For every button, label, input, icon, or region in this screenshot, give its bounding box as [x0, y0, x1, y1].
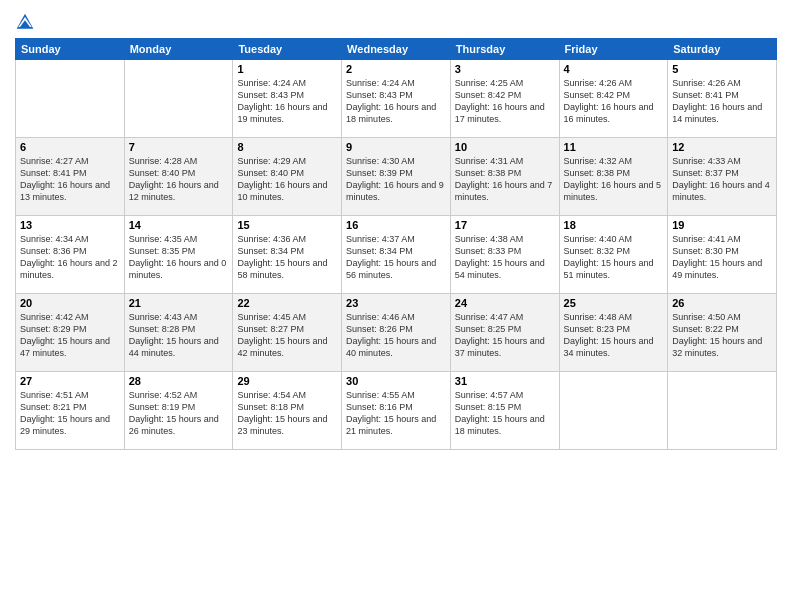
day-detail: Sunrise: 4:33 AM Sunset: 8:37 PM Dayligh… [672, 155, 772, 204]
day-number: 18 [564, 219, 664, 231]
day-number: 8 [237, 141, 337, 153]
cell-1-4: 10Sunrise: 4:31 AM Sunset: 8:38 PM Dayli… [450, 138, 559, 216]
day-detail: Sunrise: 4:47 AM Sunset: 8:25 PM Dayligh… [455, 311, 555, 360]
day-number: 7 [129, 141, 229, 153]
day-detail: Sunrise: 4:27 AM Sunset: 8:41 PM Dayligh… [20, 155, 120, 204]
day-number: 22 [237, 297, 337, 309]
cell-2-5: 18Sunrise: 4:40 AM Sunset: 8:32 PM Dayli… [559, 216, 668, 294]
cell-1-2: 8Sunrise: 4:29 AM Sunset: 8:40 PM Daylig… [233, 138, 342, 216]
day-number: 27 [20, 375, 120, 387]
cell-1-5: 11Sunrise: 4:32 AM Sunset: 8:38 PM Dayli… [559, 138, 668, 216]
day-number: 14 [129, 219, 229, 231]
cell-3-5: 25Sunrise: 4:48 AM Sunset: 8:23 PM Dayli… [559, 294, 668, 372]
day-detail: Sunrise: 4:28 AM Sunset: 8:40 PM Dayligh… [129, 155, 229, 204]
cell-3-0: 20Sunrise: 4:42 AM Sunset: 8:29 PM Dayli… [16, 294, 125, 372]
cell-2-0: 13Sunrise: 4:34 AM Sunset: 8:36 PM Dayli… [16, 216, 125, 294]
cell-3-4: 24Sunrise: 4:47 AM Sunset: 8:25 PM Dayli… [450, 294, 559, 372]
cell-1-6: 12Sunrise: 4:33 AM Sunset: 8:37 PM Dayli… [668, 138, 777, 216]
cell-2-4: 17Sunrise: 4:38 AM Sunset: 8:33 PM Dayli… [450, 216, 559, 294]
day-detail: Sunrise: 4:48 AM Sunset: 8:23 PM Dayligh… [564, 311, 664, 360]
logo-icon [15, 12, 35, 32]
cell-3-2: 22Sunrise: 4:45 AM Sunset: 8:27 PM Dayli… [233, 294, 342, 372]
cell-2-6: 19Sunrise: 4:41 AM Sunset: 8:30 PM Dayli… [668, 216, 777, 294]
day-detail: Sunrise: 4:46 AM Sunset: 8:26 PM Dayligh… [346, 311, 446, 360]
day-detail: Sunrise: 4:55 AM Sunset: 8:16 PM Dayligh… [346, 389, 446, 438]
day-number: 29 [237, 375, 337, 387]
day-detail: Sunrise: 4:42 AM Sunset: 8:29 PM Dayligh… [20, 311, 120, 360]
day-number: 12 [672, 141, 772, 153]
cell-0-0 [16, 60, 125, 138]
cell-2-2: 15Sunrise: 4:36 AM Sunset: 8:34 PM Dayli… [233, 216, 342, 294]
th-saturday: Saturday [668, 39, 777, 60]
cell-0-2: 1Sunrise: 4:24 AM Sunset: 8:43 PM Daylig… [233, 60, 342, 138]
weekday-header-row: Sunday Monday Tuesday Wednesday Thursday… [16, 39, 777, 60]
day-number: 28 [129, 375, 229, 387]
day-detail: Sunrise: 4:26 AM Sunset: 8:41 PM Dayligh… [672, 77, 772, 126]
cell-4-0: 27Sunrise: 4:51 AM Sunset: 8:21 PM Dayli… [16, 372, 125, 450]
cell-3-1: 21Sunrise: 4:43 AM Sunset: 8:28 PM Dayli… [124, 294, 233, 372]
day-number: 25 [564, 297, 664, 309]
cell-0-1 [124, 60, 233, 138]
day-number: 17 [455, 219, 555, 231]
day-number: 9 [346, 141, 446, 153]
week-row-0: 1Sunrise: 4:24 AM Sunset: 8:43 PM Daylig… [16, 60, 777, 138]
cell-2-3: 16Sunrise: 4:37 AM Sunset: 8:34 PM Dayli… [342, 216, 451, 294]
day-detail: Sunrise: 4:38 AM Sunset: 8:33 PM Dayligh… [455, 233, 555, 282]
th-sunday: Sunday [16, 39, 125, 60]
th-wednesday: Wednesday [342, 39, 451, 60]
day-number: 13 [20, 219, 120, 231]
day-number: 2 [346, 63, 446, 75]
page: Sunday Monday Tuesday Wednesday Thursday… [0, 0, 792, 612]
week-row-3: 20Sunrise: 4:42 AM Sunset: 8:29 PM Dayli… [16, 294, 777, 372]
cell-0-6: 5Sunrise: 4:26 AM Sunset: 8:41 PM Daylig… [668, 60, 777, 138]
cell-4-3: 30Sunrise: 4:55 AM Sunset: 8:16 PM Dayli… [342, 372, 451, 450]
cell-4-5 [559, 372, 668, 450]
cell-4-1: 28Sunrise: 4:52 AM Sunset: 8:19 PM Dayli… [124, 372, 233, 450]
cell-1-1: 7Sunrise: 4:28 AM Sunset: 8:40 PM Daylig… [124, 138, 233, 216]
cell-4-4: 31Sunrise: 4:57 AM Sunset: 8:15 PM Dayli… [450, 372, 559, 450]
cell-4-6 [668, 372, 777, 450]
day-detail: Sunrise: 4:52 AM Sunset: 8:19 PM Dayligh… [129, 389, 229, 438]
day-detail: Sunrise: 4:45 AM Sunset: 8:27 PM Dayligh… [237, 311, 337, 360]
calendar: Sunday Monday Tuesday Wednesday Thursday… [15, 38, 777, 450]
cell-3-3: 23Sunrise: 4:46 AM Sunset: 8:26 PM Dayli… [342, 294, 451, 372]
week-row-4: 27Sunrise: 4:51 AM Sunset: 8:21 PM Dayli… [16, 372, 777, 450]
day-detail: Sunrise: 4:24 AM Sunset: 8:43 PM Dayligh… [237, 77, 337, 126]
day-detail: Sunrise: 4:36 AM Sunset: 8:34 PM Dayligh… [237, 233, 337, 282]
day-number: 24 [455, 297, 555, 309]
day-detail: Sunrise: 4:29 AM Sunset: 8:40 PM Dayligh… [237, 155, 337, 204]
day-number: 5 [672, 63, 772, 75]
day-number: 20 [20, 297, 120, 309]
day-detail: Sunrise: 4:40 AM Sunset: 8:32 PM Dayligh… [564, 233, 664, 282]
day-number: 3 [455, 63, 555, 75]
cell-0-3: 2Sunrise: 4:24 AM Sunset: 8:43 PM Daylig… [342, 60, 451, 138]
day-detail: Sunrise: 4:34 AM Sunset: 8:36 PM Dayligh… [20, 233, 120, 282]
th-monday: Monday [124, 39, 233, 60]
day-number: 1 [237, 63, 337, 75]
day-detail: Sunrise: 4:35 AM Sunset: 8:35 PM Dayligh… [129, 233, 229, 282]
cell-1-0: 6Sunrise: 4:27 AM Sunset: 8:41 PM Daylig… [16, 138, 125, 216]
day-number: 10 [455, 141, 555, 153]
day-number: 30 [346, 375, 446, 387]
day-number: 15 [237, 219, 337, 231]
week-row-1: 6Sunrise: 4:27 AM Sunset: 8:41 PM Daylig… [16, 138, 777, 216]
day-detail: Sunrise: 4:54 AM Sunset: 8:18 PM Dayligh… [237, 389, 337, 438]
day-number: 23 [346, 297, 446, 309]
th-friday: Friday [559, 39, 668, 60]
day-number: 31 [455, 375, 555, 387]
day-number: 11 [564, 141, 664, 153]
day-number: 19 [672, 219, 772, 231]
header [15, 10, 777, 30]
week-row-2: 13Sunrise: 4:34 AM Sunset: 8:36 PM Dayli… [16, 216, 777, 294]
day-detail: Sunrise: 4:57 AM Sunset: 8:15 PM Dayligh… [455, 389, 555, 438]
th-tuesday: Tuesday [233, 39, 342, 60]
day-number: 26 [672, 297, 772, 309]
cell-3-6: 26Sunrise: 4:50 AM Sunset: 8:22 PM Dayli… [668, 294, 777, 372]
cell-1-3: 9Sunrise: 4:30 AM Sunset: 8:39 PM Daylig… [342, 138, 451, 216]
day-detail: Sunrise: 4:30 AM Sunset: 8:39 PM Dayligh… [346, 155, 446, 204]
day-detail: Sunrise: 4:37 AM Sunset: 8:34 PM Dayligh… [346, 233, 446, 282]
cell-4-2: 29Sunrise: 4:54 AM Sunset: 8:18 PM Dayli… [233, 372, 342, 450]
cell-2-1: 14Sunrise: 4:35 AM Sunset: 8:35 PM Dayli… [124, 216, 233, 294]
day-detail: Sunrise: 4:41 AM Sunset: 8:30 PM Dayligh… [672, 233, 772, 282]
day-detail: Sunrise: 4:31 AM Sunset: 8:38 PM Dayligh… [455, 155, 555, 204]
